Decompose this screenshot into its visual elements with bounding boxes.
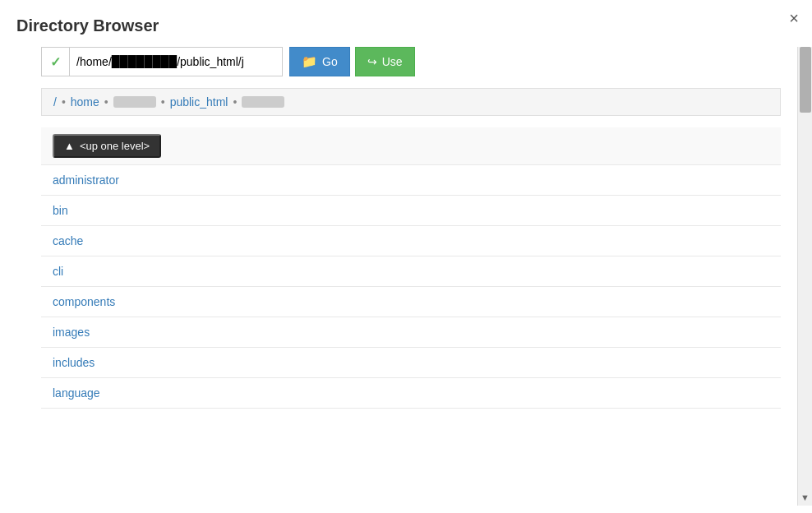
use-label: Use xyxy=(382,55,403,68)
path-input[interactable] xyxy=(69,47,283,76)
path-row: ✓ 📁 Go ↪ Use xyxy=(41,47,781,76)
scrollbar-thumb[interactable] xyxy=(800,47,811,113)
breadcrumb-home[interactable]: home xyxy=(71,95,99,109)
list-item[interactable]: cache xyxy=(41,226,781,256)
page-title: Directory Browser xyxy=(0,0,812,47)
breadcrumb-public-html[interactable]: public_html xyxy=(170,95,228,109)
scroll-down-arrow[interactable]: ▼ xyxy=(798,489,812,506)
check-button[interactable]: ✓ xyxy=(41,47,69,76)
up-one-level-row: ▲ <up one level> xyxy=(41,127,781,165)
breadcrumb-user[interactable] xyxy=(113,96,156,108)
up-one-level-label: <up one level> xyxy=(80,140,150,152)
breadcrumb-sep-1: • xyxy=(62,95,66,109)
close-button[interactable]: × xyxy=(789,10,799,26)
list-item[interactable]: bin xyxy=(41,196,781,226)
share-icon: ↪ xyxy=(367,55,377,68)
folder-icon: 📁 xyxy=(302,54,317,69)
up-one-level-button[interactable]: ▲ <up one level> xyxy=(53,134,161,158)
scrollbar[interactable]: ▲ ▼ xyxy=(797,47,812,506)
breadcrumb-last[interactable] xyxy=(242,96,284,108)
check-icon: ✓ xyxy=(50,54,61,70)
list-item[interactable]: components xyxy=(41,287,781,317)
go-label: Go xyxy=(322,55,338,68)
list-item[interactable]: cli xyxy=(41,256,781,287)
breadcrumb-root[interactable]: / xyxy=(53,95,57,109)
list-item[interactable]: images xyxy=(41,317,781,348)
breadcrumb-sep-3: • xyxy=(161,95,165,109)
use-button[interactable]: ↪ Use xyxy=(355,47,415,76)
go-button[interactable]: 📁 Go xyxy=(289,47,350,76)
list-item[interactable]: includes xyxy=(41,348,781,378)
breadcrumb: / • home • • public_html • xyxy=(41,88,781,116)
list-item[interactable]: administrator xyxy=(41,165,781,196)
directory-list-container: ▲ <up one level> administratorbincachecl… xyxy=(41,127,781,489)
directory-list: administratorbincacheclicomponentsimages… xyxy=(41,165,781,409)
breadcrumb-sep-4: • xyxy=(233,95,237,109)
list-item[interactable]: language xyxy=(41,378,781,409)
up-arrow-icon: ▲ xyxy=(64,140,75,152)
breadcrumb-sep-2: • xyxy=(104,95,108,109)
